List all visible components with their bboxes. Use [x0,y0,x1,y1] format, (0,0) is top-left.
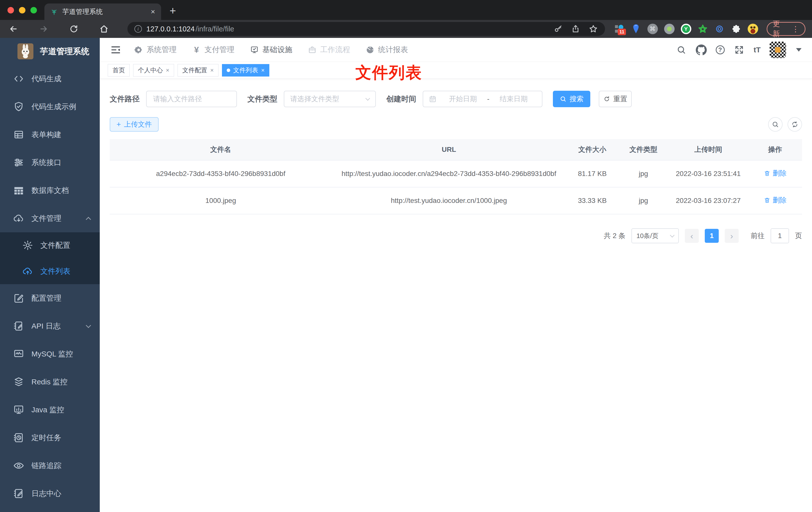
extension-y-icon[interactable]: Y [681,24,691,34]
nav-report[interactable]: 统计报表 [366,44,408,55]
nav-pay-manage[interactable]: ¥ 支付管理 [192,44,234,55]
tag-close-icon[interactable]: × [210,67,214,74]
back-icon[interactable] [6,22,20,36]
home-icon[interactable] [97,22,111,36]
github-icon[interactable] [696,44,707,55]
avatar-caret-icon[interactable] [796,48,802,52]
chevron-down-icon [86,323,91,328]
page-size-select[interactable]: 10条/页 [632,228,679,243]
tag-home[interactable]: 首页 [108,64,130,77]
col-actions: 操作 [748,139,802,160]
sidebar-item-code-gen-example[interactable]: 代码生成示例 [0,93,100,121]
sidebar-item-code-gen[interactable]: 代码生成 [0,65,100,93]
refresh-icon [603,95,610,102]
nav-label: 系统管理 [147,44,177,55]
forward-icon[interactable] [37,22,50,36]
tag-close-icon[interactable]: × [166,67,169,74]
nav-label: 工作流程 [320,44,350,55]
sidebar-item-trace[interactable]: 链路追踪 [0,452,100,480]
sidebar: 芋道管理系统 代码生成 代码生成示例 表单构建 系统接口 数据库文档 [0,38,100,512]
browser-menu-icon[interactable]: ⋮ [792,25,799,33]
select-placeholder: 请选择文件类型 [290,94,339,104]
new-tab-button[interactable]: + [170,4,176,17]
search-button[interactable]: 搜索 [553,91,590,107]
window-zoom-button[interactable] [30,7,37,13]
extension-eye-icon[interactable] [714,24,725,34]
extension-balloon-icon[interactable] [631,24,641,34]
file-path-input[interactable] [146,91,237,107]
search-icon[interactable] [676,44,687,55]
upload-file-button[interactable]: + 上传文件 [110,117,158,131]
tag-label: 首页 [113,66,125,74]
calendar-icon [429,95,437,103]
sidebar-item-label: 代码生成示例 [31,102,76,112]
sidebar-item-label: 日志中心 [31,488,61,499]
refresh-table-button[interactable] [788,117,802,131]
nav-infrastructure[interactable]: 基础设施 [250,44,292,55]
window-close-button[interactable] [7,7,14,13]
sidebar-item-file-manage[interactable]: 文件管理 [0,204,100,232]
avatar[interactable] [770,42,786,58]
file-type-select[interactable]: 请选择文件类型 [284,91,376,107]
prev-page-button[interactable]: ‹ [685,229,699,243]
date-range-picker[interactable]: 开始日期 - 结束日期 [423,91,543,107]
sidebar-collapse-icon[interactable] [110,44,121,55]
browser-tab[interactable]: 芋道管理系统 × [45,3,161,20]
sidebar-item-api-log[interactable]: API 日志 [0,312,100,340]
extension-puzzle-icon[interactable] [731,24,742,34]
notebook-pencil-icon [13,320,24,332]
search-toggle-button[interactable] [768,117,783,131]
sidebar-item-config-manage[interactable]: 配置管理 [0,284,100,312]
sidebar-item-file-config[interactable]: 文件配置 [0,232,100,258]
url-host: 127.0.0.1:1024 [146,25,195,33]
sidebar-item-form-builder[interactable]: 表单构建 [0,121,100,149]
update-label: 更新 [773,19,787,39]
nav-workflow[interactable]: 工作流程 [308,44,350,55]
nav-system-manage[interactable]: 系统管理 [134,44,177,55]
tag-close-icon[interactable]: × [261,67,265,74]
help-icon[interactable]: ? [716,46,725,54]
site-info-icon[interactable]: i [135,25,142,33]
sidebar-item-java-monitor[interactable]: Java 监控 [0,396,100,424]
extension-emoji-icon[interactable] [748,24,758,34]
sidebar-item-db-doc[interactable]: 数据库文档 [0,177,100,204]
extension-command-icon[interactable]: ⌘ [647,24,658,34]
app-logo[interactable]: 芋道管理系统 [0,38,100,65]
table-icon [13,185,24,196]
tag-file-list[interactable]: 文件列表 × [222,64,269,77]
window-minimize-button[interactable] [19,7,25,13]
current-page-button[interactable]: 1 [705,229,719,243]
bookmark-star-icon[interactable] [588,24,598,34]
password-key-icon[interactable] [554,24,562,33]
extension-tabs-icon[interactable]: 11 [614,24,625,34]
sidebar-item-mysql-monitor[interactable]: MySQL 监控 [0,340,100,368]
share-icon[interactable] [571,24,580,33]
font-size-icon[interactable]: tT [754,46,761,54]
sidebar-item-redis-monitor[interactable]: Redis 监控 [0,368,100,396]
dashboard-icon [366,46,375,54]
tag-bar: 首页 个人中心 × 文件配置 × 文件列表 × [100,62,812,79]
browser-update-button[interactable]: 更新 ⋮ [766,22,806,36]
delete-button[interactable]: 删除 [764,168,787,179]
sidebar-item-file-list[interactable]: 文件列表 [0,258,100,284]
delete-button[interactable]: 删除 [764,194,787,206]
tab-close-icon[interactable]: × [151,7,155,16]
gear-icon [134,46,143,54]
tag-file-config[interactable]: 文件配置 × [178,64,219,77]
app-title: 芋道管理系统 [40,46,89,57]
reset-button[interactable]: 重置 [599,91,632,107]
reload-icon[interactable] [67,22,81,36]
sidebar-item-cron-job[interactable]: 定时任务 [0,424,100,452]
sidebar-item-system-api[interactable]: 系统接口 [0,149,100,177]
next-page-button[interactable]: › [725,229,739,243]
address-bar[interactable]: i 127.0.0.1:1024 /infra/file/file [127,22,605,36]
goto-page-input[interactable] [771,228,789,243]
sidebar-item-label: 数据库文档 [31,185,69,196]
sidebar-item-label: 系统接口 [31,157,61,168]
fullscreen-icon[interactable] [734,44,745,55]
sidebar-item-log-center[interactable]: 日志中心 [0,480,100,508]
extension-star-icon[interactable] [698,24,708,34]
tag-profile[interactable]: 个人中心 × [133,64,174,77]
col-url: URL [332,139,566,160]
extension-dot-icon[interactable] [664,24,675,34]
